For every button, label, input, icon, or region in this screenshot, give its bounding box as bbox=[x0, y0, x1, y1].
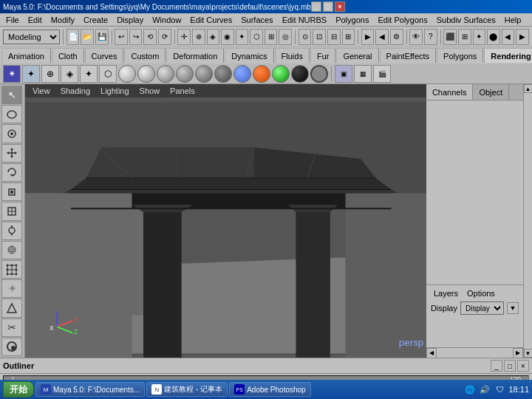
viewport[interactable]: View Shading Lighting Show Panels bbox=[25, 84, 426, 358]
render-settings-btn[interactable]: ⚙ bbox=[390, 29, 403, 45]
sphere-9[interactable] bbox=[272, 65, 290, 83]
select-btn[interactable]: ✛ bbox=[177, 29, 191, 45]
show-manip-tool[interactable] bbox=[1, 222, 22, 240]
move-tool[interactable] bbox=[1, 144, 22, 163]
shelf-icon-5[interactable]: ✦ bbox=[80, 65, 98, 83]
scale-tool[interactable] bbox=[1, 183, 22, 201]
extra-btn1[interactable]: ⬛ bbox=[443, 29, 457, 45]
lasso-tool[interactable] bbox=[1, 105, 22, 123]
scroll-right-btn[interactable]: ▶ bbox=[513, 348, 523, 358]
rotate-tool[interactable] bbox=[1, 163, 22, 182]
tab-general[interactable]: General bbox=[336, 48, 378, 63]
extra-btn4[interactable]: ⬤ bbox=[487, 29, 500, 45]
snap-btn1[interactable]: ⊙ bbox=[299, 29, 312, 45]
scroll-down-btn[interactable]: ▼ bbox=[524, 349, 533, 358]
btn9[interactable]: ⊞ bbox=[265, 29, 278, 45]
3d-scene[interactable]: persp X Y Z bbox=[25, 98, 426, 358]
sphere-6[interactable] bbox=[214, 65, 232, 83]
object-tab[interactable]: Object bbox=[473, 84, 509, 100]
vp-menu-show[interactable]: Show bbox=[135, 84, 165, 98]
menu-subdiv-surfaces[interactable]: Subdiv Surfaces bbox=[432, 13, 500, 26]
minimize-button[interactable]: _ bbox=[311, 1, 321, 12]
channels-tab[interactable]: Channels bbox=[426, 84, 473, 100]
tab-custom[interactable]: Custom bbox=[124, 48, 166, 63]
tab-animation[interactable]: Animation bbox=[1, 48, 51, 63]
redo-btn[interactable]: ↪ bbox=[129, 29, 143, 45]
menu-polygons[interactable]: Polygons bbox=[331, 13, 373, 26]
universal-tool[interactable] bbox=[1, 202, 22, 220]
close-button[interactable]: × bbox=[335, 1, 345, 12]
render-icon-2[interactable]: ▦ bbox=[354, 65, 372, 83]
scroll-up-btn[interactable]: ▲ bbox=[524, 84, 533, 93]
render-icon-1[interactable]: ▣ bbox=[335, 65, 352, 83]
display-dropdown[interactable]: Display bbox=[460, 301, 504, 315]
menu-edit[interactable]: Edit bbox=[24, 13, 47, 26]
snap-tool[interactable]: ✦ bbox=[1, 279, 22, 298]
btn3[interactable]: ⟲ bbox=[143, 29, 157, 45]
mode-dropdown[interactable]: Modeling Animation Dynamics Rendering bbox=[3, 30, 60, 44]
undo-btn[interactable]: ↩ bbox=[115, 29, 128, 45]
menu-surfaces[interactable]: Surfaces bbox=[236, 13, 277, 26]
vp-menu-panels[interactable]: Panels bbox=[166, 84, 200, 98]
taskbar-notepad[interactable]: N 建筑教程 - 记事本 bbox=[146, 382, 228, 397]
scroll-left-btn[interactable]: ◀ bbox=[426, 348, 437, 358]
menu-help[interactable]: Help bbox=[500, 13, 526, 26]
btn8[interactable]: ⬡ bbox=[250, 29, 263, 45]
btn7[interactable]: ✦ bbox=[236, 29, 249, 45]
ipr-btn[interactable]: ◀ bbox=[375, 29, 389, 45]
menu-modify[interactable]: Modify bbox=[47, 13, 79, 26]
shelf-icon-3[interactable]: ⊕ bbox=[41, 65, 59, 83]
sphere-2[interactable] bbox=[137, 65, 155, 83]
snap-btn2[interactable]: ⊡ bbox=[313, 29, 326, 45]
tab-fluids[interactable]: Fluids bbox=[275, 48, 310, 63]
sphere-black[interactable] bbox=[291, 65, 309, 83]
snap-btn4[interactable]: ⊞ bbox=[342, 29, 355, 45]
tab-painteffects[interactable]: PaintEffects bbox=[380, 48, 437, 63]
new-scene-btn[interactable]: 📄 bbox=[66, 29, 80, 45]
select-tool[interactable]: ↖ bbox=[1, 86, 22, 104]
tab-rendering[interactable]: Rendering bbox=[484, 48, 532, 63]
display-options-btn[interactable]: ▼ bbox=[507, 302, 519, 314]
menu-edit-polygons[interactable]: Edit Polygons bbox=[373, 13, 432, 26]
cut-tool[interactable]: ✂ bbox=[1, 318, 22, 337]
shelf-icon-6[interactable]: ⬡ bbox=[99, 65, 117, 83]
tab-fur[interactable]: Fur bbox=[310, 48, 336, 63]
sphere-1[interactable] bbox=[118, 65, 136, 83]
sphere-outline[interactable] bbox=[310, 65, 328, 83]
tab-curves[interactable]: Curves bbox=[85, 48, 124, 63]
btn4[interactable]: ⟳ bbox=[158, 29, 171, 45]
snap-btn3[interactable]: ⊟ bbox=[327, 29, 341, 45]
menu-create[interactable]: Create bbox=[79, 13, 112, 26]
sphere-8[interactable] bbox=[253, 65, 270, 83]
extra-btn2[interactable]: ⊞ bbox=[458, 29, 471, 45]
shelf-icon-4[interactable]: ◈ bbox=[61, 65, 78, 83]
tab-dynamics[interactable]: Dynamics bbox=[225, 48, 273, 63]
outliner-minimize-btn[interactable]: _ bbox=[491, 360, 502, 372]
menu-window[interactable]: Window bbox=[148, 13, 185, 26]
btn6[interactable]: ◉ bbox=[221, 29, 234, 45]
menu-display[interactable]: Display bbox=[112, 13, 148, 26]
vp-menu-shading[interactable]: Shading bbox=[56, 84, 95, 98]
start-button[interactable]: 开始 bbox=[3, 381, 34, 398]
open-btn[interactable]: 📂 bbox=[81, 29, 94, 45]
menu-edit-curves[interactable]: Edit Curves bbox=[185, 13, 236, 26]
render-icon-3[interactable]: 🎬 bbox=[373, 65, 391, 83]
measure-tool[interactable] bbox=[1, 299, 22, 317]
tab-polygons[interactable]: Polygons bbox=[437, 48, 483, 63]
outliner-close-btn[interactable]: × bbox=[517, 360, 529, 372]
extra-btn3[interactable]: ✦ bbox=[473, 29, 486, 45]
options-tab[interactable]: Options bbox=[464, 289, 498, 298]
layers-tab[interactable]: Layers bbox=[431, 289, 461, 298]
btn10[interactable]: ◎ bbox=[279, 29, 292, 45]
sphere-4[interactable] bbox=[176, 65, 194, 83]
menu-file[interactable]: File bbox=[1, 13, 24, 26]
render-btn[interactable]: ▶ bbox=[361, 29, 375, 45]
tab-deformation[interactable]: Deformation bbox=[166, 48, 224, 63]
extra-tool[interactable] bbox=[1, 338, 22, 356]
btn5[interactable]: ◈ bbox=[207, 29, 220, 45]
shelf-icon-2[interactable]: ✦ bbox=[22, 65, 40, 83]
tab-cloth[interactable]: Cloth bbox=[52, 48, 84, 63]
sphere-7[interactable] bbox=[233, 65, 251, 83]
vp-menu-view[interactable]: View bbox=[28, 84, 55, 98]
lasso-btn[interactable]: ⊕ bbox=[192, 29, 205, 45]
